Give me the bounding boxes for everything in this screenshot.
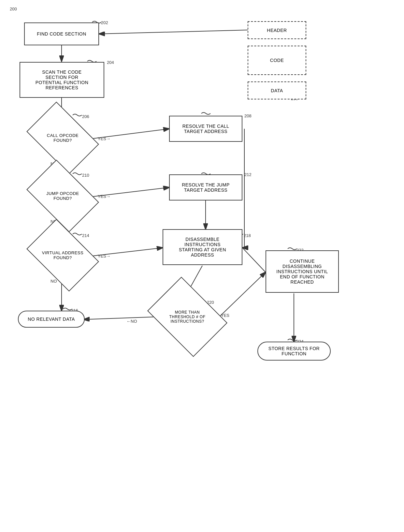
jump-opcode-diamond: JUMP OPCODEFOUND?	[33, 175, 93, 217]
svg-line-15	[219, 272, 266, 317]
scan-code-section-box: SCAN THE CODE SECTION FOR POTENTIAL FUNC…	[20, 62, 104, 98]
yes-label-virtual: YES→	[98, 254, 110, 259]
label-202: 202	[101, 20, 108, 25]
svg-line-16	[242, 248, 266, 272]
code-box: CODE	[248, 46, 306, 75]
label-204: 204	[107, 60, 114, 65]
svg-line-18	[99, 30, 248, 34]
call-opcode-diamond: CALL OPCODEFOUND?	[33, 117, 93, 159]
find-code-section-box: FIND CODE SECTION	[24, 22, 99, 45]
no-label-virtual: NO	[50, 279, 57, 284]
label-208: 208	[244, 113, 252, 118]
disassemble-box: DISASSEMBLE INSTRUCTIONS STARTING AT GIV…	[163, 229, 242, 265]
more-than-threshold-diamond: MORE THANTHRESHOLD # OFINSTRUCTIONS?	[155, 293, 220, 341]
continue-disassembling-box: CONTINUE DISASSEMBLING INSTRUCTIONS UNTI…	[266, 250, 339, 293]
yes-label-more-than: YES	[221, 313, 229, 318]
header-box: HEADER	[248, 21, 306, 39]
resolve-jump-box: RESOLVE THE JUMP TARGET ADDRESS	[169, 174, 242, 200]
flowchart-diagram: 200 FIND CODE SECTION 202 SCAN THE CODE …	[0, 0, 404, 532]
svg-line-14	[84, 317, 156, 319]
yes-label-call: YES→	[98, 136, 110, 141]
yes-label-jump: YES→	[98, 194, 110, 199]
no-relevant-data-box: NO RELEVANT DATA	[18, 311, 85, 328]
virtual-addr-diamond: VIRTUAL ADDRESSFOUND?	[33, 234, 93, 276]
label-212: 212	[244, 172, 252, 177]
label-218: 218	[244, 233, 251, 238]
no-label-more-than: ←NO	[126, 319, 137, 324]
resolve-call-box: RESOLVE THE CALL TARGET ADDRESS	[169, 116, 242, 142]
store-results-box: STORE RESULTS FOR FUNCTION	[257, 342, 331, 361]
label-200: 200	[10, 7, 17, 11]
data-box: DATA	[248, 81, 306, 99]
